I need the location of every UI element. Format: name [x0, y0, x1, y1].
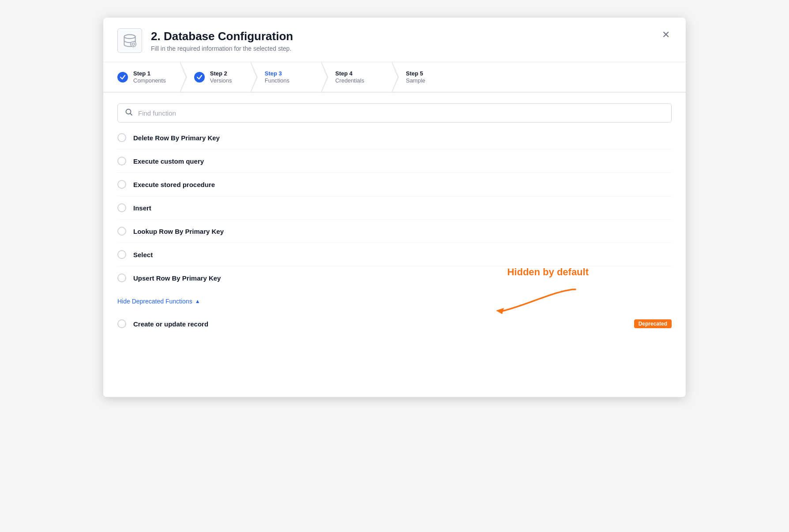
step-1-sublabel: Components	[133, 77, 166, 84]
steps-bar: Step 1 Components Step 2 Versions Step 3…	[103, 62, 686, 93]
step-4-label: Step 4	[335, 70, 364, 77]
step-1[interactable]: Step 1 Components	[103, 62, 180, 92]
list-item: Insert	[117, 196, 672, 220]
search-box	[117, 103, 672, 123]
step-5-sublabel: Sample	[406, 77, 425, 84]
step-3-sublabel: Functions	[265, 77, 289, 84]
chevron-up-icon: ▲	[195, 298, 200, 304]
database-icon	[122, 33, 138, 49]
function-name: Select	[133, 251, 153, 259]
step-3[interactable]: Step 3 Functions	[251, 62, 321, 92]
dialog-icon	[117, 28, 142, 53]
dialog-title-block: 2. Database Configuration Fill in the re…	[151, 30, 293, 52]
deprecated-badge: Deprecated	[634, 319, 672, 328]
hide-deprecated-link[interactable]: Hide Deprecated Functions ▲	[117, 298, 200, 305]
close-button[interactable]: ✕	[658, 28, 673, 41]
step-5-text: Step 5 Sample	[406, 70, 425, 84]
function-list: Delete Row By Primary Key Execute custom…	[103, 123, 686, 289]
checkmark-icon	[196, 74, 203, 80]
function-name: Execute stored procedure	[133, 181, 215, 188]
list-item: Delete Row By Primary Key	[117, 126, 672, 150]
function-name: Create or update record	[133, 320, 208, 328]
function-name: Insert	[133, 204, 151, 212]
step-1-label: Step 1	[133, 70, 166, 77]
function-name: Delete Row By Primary Key	[133, 134, 220, 142]
step-1-text: Step 1 Components	[133, 70, 166, 84]
function-name: Execute custom query	[133, 157, 204, 165]
radio-delete-row[interactable]	[117, 133, 126, 142]
list-item: Execute stored procedure	[117, 173, 672, 196]
deprecated-toggle: Hide Deprecated Functions ▲	[103, 289, 686, 309]
step-2[interactable]: Step 2 Versions	[180, 62, 251, 92]
function-name: Upsert Row By Primary Key	[133, 274, 221, 282]
function-name: Lookup Row By Primary Key	[133, 228, 224, 235]
step-3-text: Step 3 Functions	[265, 70, 289, 84]
step-2-check	[194, 72, 205, 82]
step-2-sublabel: Versions	[210, 77, 232, 84]
radio-lookup[interactable]	[117, 227, 126, 236]
radio-execute-stored[interactable]	[117, 180, 126, 189]
search-input[interactable]	[138, 109, 664, 117]
list-item: Execute custom query	[117, 150, 672, 173]
step-4[interactable]: Step 4 Credentials	[321, 62, 392, 92]
radio-select[interactable]	[117, 250, 126, 259]
dialog-subtitle: Fill in the required information for the…	[151, 45, 293, 52]
radio-execute-custom[interactable]	[117, 157, 126, 165]
deprecated-function-list: Create or update record Deprecated	[103, 309, 686, 335]
hide-deprecated-label: Hide Deprecated Functions	[117, 298, 192, 305]
step-2-text: Step 2 Versions	[210, 70, 232, 84]
step-2-label: Step 2	[210, 70, 232, 77]
svg-point-7	[126, 109, 131, 114]
dialog-title: 2. Database Configuration	[151, 30, 293, 43]
radio-upsert[interactable]	[117, 273, 126, 282]
svg-point-1	[131, 41, 136, 47]
step-4-sublabel: Credentials	[335, 77, 364, 84]
dialog-header: 2. Database Configuration Fill in the re…	[103, 18, 686, 62]
annotation-area: Hide Deprecated Functions ▲ Hidden by de…	[103, 289, 686, 309]
step-1-check	[117, 72, 128, 82]
radio-create-update[interactable]	[117, 319, 126, 328]
list-item: Select	[117, 243, 672, 266]
step-5[interactable]: Step 5 Sample	[392, 62, 462, 92]
dialog: 2. Database Configuration Fill in the re…	[103, 18, 686, 397]
list-item: Upsert Row By Primary Key	[117, 266, 672, 289]
step-4-text: Step 4 Credentials	[335, 70, 364, 84]
search-section	[103, 93, 686, 123]
search-icon	[125, 108, 133, 118]
checkmark-icon	[120, 74, 126, 80]
step-3-label: Step 3	[265, 70, 289, 77]
step-5-label: Step 5	[406, 70, 425, 77]
list-item: Create or update record Deprecated	[117, 312, 672, 335]
radio-insert[interactable]	[117, 203, 126, 212]
list-item: Lookup Row By Primary Key	[117, 220, 672, 243]
svg-point-0	[124, 35, 135, 39]
